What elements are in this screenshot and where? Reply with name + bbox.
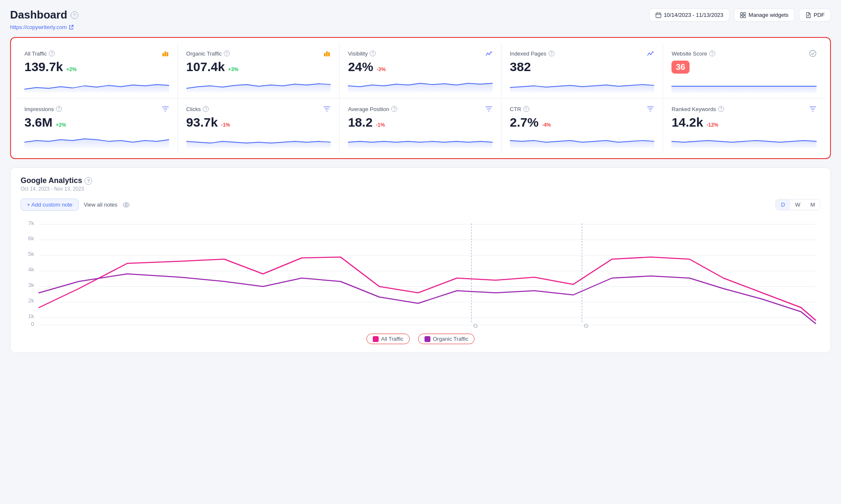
chart-area: 7k 6k 5k 4k 3k 2k 1k 0 G [21, 219, 820, 329]
metric-change-average-position: -1% [376, 122, 385, 128]
metric-change-visibility: -3% [377, 66, 385, 72]
metric-change-ranked-keywords: -12% [706, 122, 718, 128]
metric-label-visibility: Visibility ? [348, 50, 376, 57]
metric-card-indexed-pages: Indexed Pages ? 382 [501, 43, 663, 98]
svg-marker-22 [24, 139, 169, 148]
metric-header-impressions: Impressions ? [24, 105, 169, 113]
metric-label-impressions: Impressions ? [24, 106, 62, 112]
metric-label-clicks: Clicks ? [186, 106, 209, 112]
metric-label-ctr: CTR ? [510, 106, 529, 112]
svg-rect-0 [656, 13, 661, 18]
svg-rect-7 [743, 16, 745, 18]
metric-help-icon-impressions[interactable]: ? [56, 106, 62, 112]
legend-organic-traffic: Organic Traffic [418, 334, 475, 344]
metric-change-organic-traffic: +3% [228, 66, 238, 72]
metrics-grid-wrapper: All Traffic ? 139.7k +2% [10, 37, 831, 159]
metric-value-visibility: 24% [348, 61, 373, 73]
sparkline-visibility [348, 77, 493, 93]
svg-text:3k: 3k [28, 282, 34, 288]
analytics-header: Google Analytics ? Oct 14, 2023 - Nov 13… [21, 176, 820, 192]
line-chart-icon [647, 50, 654, 57]
metric-help-icon-clicks[interactable]: ? [203, 106, 209, 112]
external-link-icon [69, 25, 74, 30]
svg-rect-14 [324, 53, 326, 56]
svg-text:0: 0 [31, 321, 34, 327]
add-note-button[interactable]: + Add custom note [21, 199, 79, 211]
svg-text:7k: 7k [28, 220, 34, 226]
pdf-button[interactable]: PDF [799, 8, 831, 21]
svg-text:G: G [584, 323, 589, 329]
metric-value-indexed-pages: 382 [510, 61, 531, 73]
view-notes-button[interactable]: View all notes [84, 202, 117, 208]
metric-help-icon-organic-traffic[interactable]: ? [224, 50, 230, 56]
metric-value-ranked-keywords: 14.2k [671, 116, 703, 129]
svg-rect-4 [740, 13, 743, 15]
metric-card-visibility: Visibility ? 24% -3% [340, 43, 501, 98]
analytics-section: Google Analytics ? Oct 14, 2023 - Nov 13… [10, 167, 831, 353]
sparkline-indexed-pages [510, 77, 655, 93]
period-buttons: D W M [775, 199, 820, 210]
metric-change-impressions: +2% [56, 122, 66, 128]
metric-label-average-position: Average Position ? [348, 106, 397, 112]
bar-chart-icon [323, 50, 331, 57]
metric-help-icon-indexed-pages[interactable]: ? [549, 50, 554, 56]
metric-help-icon-all-traffic[interactable]: ? [49, 50, 55, 56]
line-chart-icon [485, 50, 493, 57]
metric-value-row-visibility: 24% -3% [348, 61, 493, 73]
help-icon[interactable]: ? [71, 11, 78, 19]
svg-point-27 [123, 203, 129, 207]
sparkline-ranked-keywords [671, 133, 817, 148]
page-header: Dashboard ? 10/14/2023 - 11/13/2023 [10, 8, 831, 21]
metric-header-visibility: Visibility ? [348, 50, 493, 57]
svg-rect-12 [167, 52, 168, 56]
metric-header-all-traffic: All Traffic ? [24, 50, 169, 57]
metric-card-clicks: Clicks ? 93.7k -1% [178, 98, 340, 153]
controls-left: + Add custom note View all notes [21, 199, 130, 211]
metric-card-ctr: CTR ? 2.7% -4% [501, 98, 663, 153]
filter-icon [485, 105, 493, 113]
site-url-link[interactable]: https://copywriterly.com [10, 24, 831, 30]
metric-value-row-indexed-pages: 382 [510, 61, 655, 73]
pdf-icon [805, 12, 811, 18]
svg-point-28 [125, 204, 127, 206]
filter-icon [647, 105, 654, 113]
filter-icon [323, 105, 331, 113]
period-btn-m[interactable]: M [805, 199, 820, 210]
bar-chart-icon [162, 50, 169, 57]
metric-header-ctr: CTR ? [510, 105, 655, 113]
eye-icon[interactable] [122, 201, 130, 209]
metric-value-row-ranked-keywords: 14.2k -12% [671, 116, 817, 129]
date-range-button[interactable]: 10/14/2023 - 11/13/2023 [649, 8, 730, 21]
widgets-icon [740, 12, 746, 18]
svg-text:5k: 5k [28, 251, 34, 257]
chart-svg: 7k 6k 5k 4k 3k 2k 1k 0 G [21, 219, 820, 329]
metric-header-organic-traffic: Organic Traffic ? [186, 50, 331, 57]
metric-help-icon-average-position[interactable]: ? [391, 106, 397, 112]
period-btn-w[interactable]: W [790, 199, 805, 210]
metric-card-website-score: Website Score ? 36 [663, 43, 825, 98]
period-btn-d[interactable]: D [776, 199, 790, 210]
metric-help-icon-ctr[interactable]: ? [523, 106, 529, 112]
metric-label-indexed-pages: Indexed Pages ? [510, 50, 554, 57]
legend-all-traffic-box [373, 336, 379, 342]
header-left: Dashboard ? [10, 8, 78, 21]
metric-card-organic-traffic: Organic Traffic ? 107.4k +3% [178, 43, 340, 98]
metric-header-average-position: Average Position ? [348, 105, 493, 113]
metric-value-row-average-position: 18.2 -1% [348, 116, 493, 129]
metric-help-icon-ranked-keywords[interactable]: ? [718, 106, 724, 112]
metric-card-all-traffic: All Traffic ? 139.7k +2% [16, 43, 178, 98]
metric-help-icon-visibility[interactable]: ? [370, 50, 376, 56]
chart-legend: All Traffic Organic Traffic [21, 334, 820, 344]
metric-help-icon-website-score[interactable]: ? [709, 50, 715, 56]
legend-organic-traffic-box [424, 336, 430, 342]
metric-header-clicks: Clicks ? [186, 105, 331, 113]
manage-widgets-button[interactable]: Manage widgets [734, 8, 795, 21]
analytics-controls: + Add custom note View all notes D W M [21, 199, 820, 211]
metric-header-website-score: Website Score ? [671, 50, 817, 57]
analytics-date: Oct 14, 2023 - Nov 13, 2023 [21, 186, 820, 192]
analytics-help-icon[interactable]: ? [85, 177, 92, 185]
svg-marker-18 [348, 83, 493, 93]
svg-rect-16 [328, 52, 330, 56]
metric-value-row-ctr: 2.7% -4% [510, 116, 655, 129]
metric-value-clicks: 93.7k [186, 116, 218, 129]
